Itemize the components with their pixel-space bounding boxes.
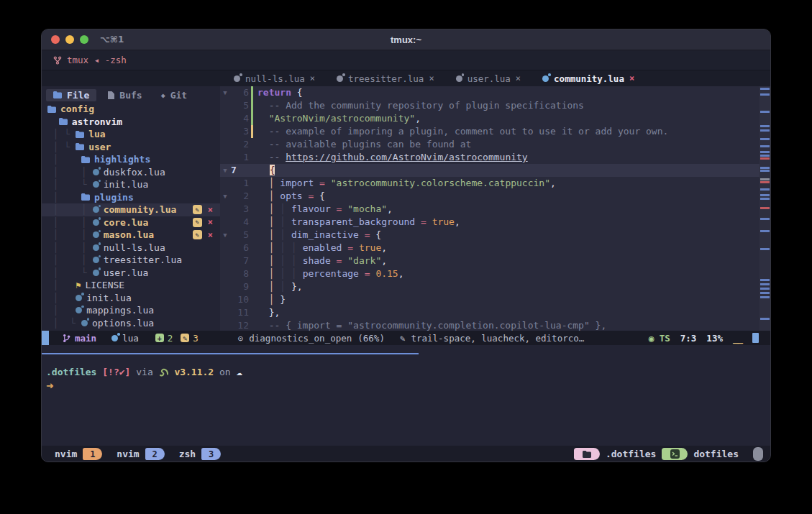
treesitter-icon: ◉ [649, 333, 654, 344]
git-sign [251, 112, 253, 125]
python-icon [159, 368, 169, 377]
tree-item-null-ls.lua[interactable]: │ │ null-ls.lua [42, 242, 220, 254]
lua-icon [93, 219, 99, 226]
tmux-status-label: dotfiles [693, 449, 739, 459]
tree-item-LICENSE[interactable]: │ ⚑LICENSE [42, 279, 220, 292]
cursor-shape-indicator: __ [733, 333, 742, 344]
mode-indicator [42, 331, 49, 345]
editor-scrollbar[interactable] [759, 86, 770, 331]
folder-icon [81, 156, 90, 163]
tmux-window-2[interactable]: nvim2 [111, 448, 164, 460]
filetype-indicator: lua [111, 333, 139, 344]
change-mark [760, 170, 770, 172]
code-line[interactable]: 11 }, [220, 306, 759, 319]
tree-item-user[interactable]: │ └ user [42, 141, 220, 154]
change-mark [760, 230, 770, 232]
code-line[interactable]: 5 -- Add the community repository of plu… [220, 99, 759, 112]
code-line[interactable]: ▼6return { [220, 86, 759, 99]
code-line[interactable]: 7 │ │ │ shade = "dark", [220, 254, 759, 267]
statusline-end-block [752, 333, 759, 343]
change-mark [760, 296, 770, 298]
explorer-tab-file[interactable]: File [46, 89, 96, 101]
tmux-window-1[interactable]: nvim1 [49, 448, 102, 460]
code-line[interactable]: 1 │ import = "astrocommunity.colorscheme… [220, 177, 759, 190]
prompt-via: via [136, 367, 152, 377]
tree-item-label: treesitter.lua [104, 254, 183, 265]
code-line[interactable]: 2 -- available plugins can be found at [220, 138, 759, 151]
terminal-tab-bar[interactable]: tmux ◂ -zsh [42, 50, 770, 70]
close-icon[interactable]: × [516, 73, 521, 83]
close-icon[interactable]: × [310, 73, 315, 83]
tree-item-label: config [60, 104, 94, 114]
code-editor[interactable]: ▼6return {5 -- Add the community reposit… [220, 86, 759, 331]
tree-item-user.lua[interactable]: │ └ user.lua [42, 267, 220, 280]
code-line[interactable]: ▼2 │ opts = { [220, 190, 759, 203]
code-line[interactable]: 1 -- https://github.com/AstroNvim/astroc… [220, 151, 759, 164]
tree-item-highlights[interactable]: │ highlights [42, 153, 220, 166]
tree-item-mason.lua[interactable]: │ │ mason.lua✎× [42, 229, 220, 242]
buffer-tab-user.lua[interactable]: user.lua× [445, 70, 532, 86]
code-line[interactable]: 6 │ │ │ enabled = true, [220, 242, 759, 254]
tree-item-init.lua[interactable]: │ init.lua [42, 292, 220, 305]
filetype-label: lua [122, 333, 139, 344]
tree-item-community.lua[interactable]: │ │ community.lua✎× [42, 203, 220, 216]
fold-arrow-icon[interactable]: ▼ [220, 164, 230, 177]
diamond-icon: ◆ [161, 91, 165, 99]
code-line[interactable]: 4 "AstroNvim/astrocommunity", [220, 112, 759, 125]
line-number: 6 [230, 242, 249, 254]
code-line[interactable]: 12 -- { import = "astrocommunity.complet… [220, 319, 759, 331]
buffer-tab-null-ls.lua[interactable]: null-ls.lua× [223, 70, 326, 86]
explorer-tab-git[interactable]: ◆Git [154, 89, 195, 101]
lua-icon [93, 231, 99, 238]
code-line[interactable]: 9 │ │ }, [220, 280, 759, 293]
tree-item-plugins[interactable]: │ plugins [42, 191, 220, 204]
line-number: 7 [230, 164, 250, 177]
change-mark [760, 318, 770, 320]
tree-item-lua[interactable]: │ └ lua [42, 128, 220, 141]
tree-item-duskfox.lua[interactable]: │ │ duskfox.lua [42, 166, 220, 179]
explorer-tab-bufs[interactable]: Bufs [101, 89, 149, 101]
lua-icon [93, 181, 99, 188]
git-diff-counts: + 2 ✎ 3 [155, 333, 199, 344]
code-line[interactable]: 4 │ │ transparent_background = true, [220, 216, 759, 229]
tree-item-label: null-ls.lua [104, 242, 165, 253]
shell-prompt: .dotfiles [!?✔] via v3.11.2 on ☁ [46, 365, 770, 379]
code-line[interactable]: 8 │ │ │ percentage = 0.15, [220, 267, 759, 280]
buffer-tab-treesitter.lua[interactable]: treesitter.lua× [326, 70, 445, 86]
fold-arrow-icon[interactable]: ▼ [220, 190, 230, 203]
buffer-tab-community.lua[interactable]: community.lua× [532, 70, 645, 86]
line-number: 4 [230, 216, 249, 229]
line-number: 1 [230, 151, 249, 164]
change-mark [760, 288, 770, 290]
formatter-list: ✎ trail-space, luacheck, editorco… [400, 333, 584, 344]
window-index-badge: 1 [83, 448, 102, 460]
tree-item-config[interactable]: config [42, 103, 220, 116]
line-number: 12 [230, 319, 249, 331]
tree-item-treesitter.lua[interactable]: │ │ treesitter.lua [42, 254, 220, 267]
tree-item-core.lua[interactable]: │ │ core.lua✎× [42, 216, 220, 229]
close-icon[interactable]: × [629, 73, 634, 83]
fold-arrow-icon[interactable]: ▼ [220, 229, 230, 242]
lsp-icon: ⊙ [238, 333, 244, 344]
fold-arrow-icon[interactable]: ▼ [220, 86, 230, 99]
close-icon[interactable]: × [429, 73, 434, 83]
window-title: tmux:~ [42, 35, 770, 45]
tmux-window-3[interactable]: zsh3 [173, 448, 221, 460]
tree-item-mappings.lua[interactable]: │ mappings.lua [42, 304, 220, 317]
folder-icon [59, 118, 68, 125]
folder-icon [76, 131, 84, 138]
code-line[interactable]: 3 │ │ flavour = "mocha", [220, 203, 759, 216]
change-mark [760, 279, 770, 281]
tree-item-label: astronvim [72, 116, 122, 127]
tree-item-options.lua[interactable]: │ └ options.lua [42, 317, 220, 330]
tree-item-astronvim[interactable]: astronvim [42, 116, 220, 129]
prompt-on: on [219, 367, 231, 377]
line-number: 4 [230, 112, 249, 125]
shell-area[interactable]: .dotfiles [!?✔] via v3.11.2 on ☁ ➜ [42, 354, 770, 393]
code-line[interactable]: 3 -- example of imporing a plugin, comme… [220, 125, 759, 138]
code-line[interactable]: ▼7 { [220, 164, 759, 177]
code-line[interactable]: 10 │ } [220, 293, 759, 306]
tree-item-label: user [88, 142, 111, 152]
code-line[interactable]: ▼5 │ │ dim_inactive = { [220, 229, 759, 242]
tree-item-init.lua[interactable]: │ └ init.lua [42, 178, 220, 191]
